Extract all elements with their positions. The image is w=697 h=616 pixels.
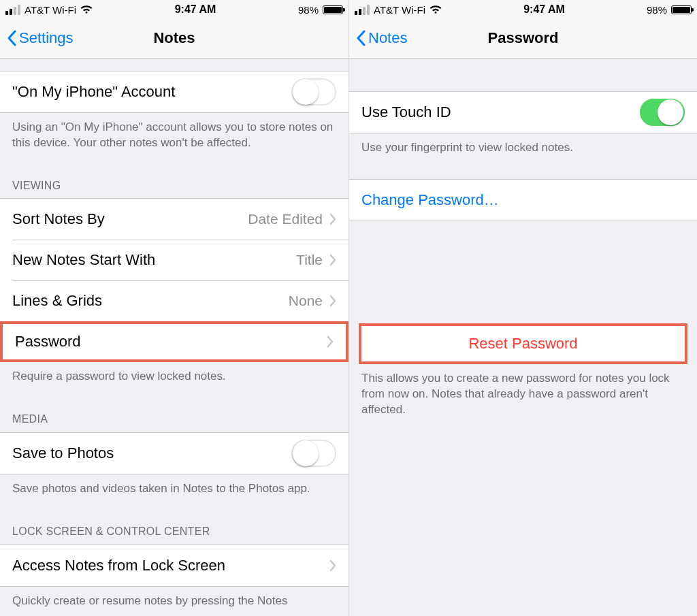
lines-grids-label: Lines & Grids bbox=[12, 292, 289, 310]
lock-screen-header: LOCK SCREEN & CONTROL CENTER bbox=[0, 506, 348, 545]
access-lock-row[interactable]: Access Notes from Lock Screen bbox=[0, 545, 348, 586]
password-footer: Require a password to view locked notes. bbox=[0, 362, 348, 394]
wifi-icon bbox=[429, 5, 442, 14]
chevron-right-icon bbox=[329, 213, 336, 225]
on-my-iphone-footer: Using an "On My iPhone" account allows y… bbox=[0, 113, 348, 161]
lines-grids-row[interactable]: Lines & Grids None bbox=[0, 280, 348, 321]
battery-percent: 98% bbox=[298, 4, 319, 16]
lines-grids-value: None bbox=[289, 293, 323, 309]
change-password-row[interactable]: Change Password… bbox=[349, 180, 697, 221]
carrier-label: AT&T Wi-Fi bbox=[25, 4, 76, 16]
reset-password-label: Reset Password bbox=[468, 335, 577, 353]
on-my-iphone-toggle[interactable] bbox=[291, 78, 336, 106]
password-label: Password bbox=[15, 333, 327, 351]
on-my-iphone-label: "On My iPhone" Account bbox=[12, 83, 291, 101]
reset-password-footer: This allows you to create a new password… bbox=[349, 364, 697, 427]
access-lock-label: Access Notes from Lock Screen bbox=[12, 557, 329, 574]
chevron-left-icon bbox=[7, 30, 16, 46]
status-time: 9:47 AM bbox=[175, 3, 216, 16]
save-to-photos-toggle[interactable] bbox=[291, 440, 336, 467]
battery-percent: 98% bbox=[647, 4, 667, 16]
status-bar: AT&T Wi-Fi 9:47 AM 98% bbox=[0, 0, 348, 18]
wifi-icon bbox=[80, 5, 93, 14]
on-my-iphone-row[interactable]: "On My iPhone" Account bbox=[0, 71, 348, 112]
sort-notes-row[interactable]: Sort Notes By Date Edited bbox=[0, 199, 348, 240]
signal-icon bbox=[355, 5, 370, 15]
status-bar: AT&T Wi-Fi 9:47 AM 98% bbox=[349, 0, 697, 18]
status-time: 9:47 AM bbox=[523, 3, 565, 16]
reset-password-row[interactable]: Reset Password bbox=[359, 323, 687, 364]
chevron-right-icon bbox=[329, 295, 336, 307]
back-button[interactable]: Settings bbox=[7, 29, 74, 47]
chevron-right-icon bbox=[327, 336, 334, 348]
sort-notes-label: Sort Notes By bbox=[12, 210, 248, 228]
back-label: Notes bbox=[368, 29, 407, 47]
back-label: Settings bbox=[19, 29, 74, 47]
battery-icon bbox=[323, 5, 343, 14]
notes-settings-screen: AT&T Wi-Fi 9:47 AM 98% Settings Notes "O… bbox=[0, 0, 348, 616]
back-button[interactable]: Notes bbox=[356, 29, 407, 47]
new-notes-start-value: Title bbox=[296, 252, 323, 268]
password-settings-screen: AT&T Wi-Fi 9:47 AM 98% Notes Password Us… bbox=[348, 0, 697, 616]
sort-notes-value: Date Edited bbox=[248, 211, 323, 227]
viewing-header: VIEWING bbox=[0, 161, 348, 199]
carrier-label: AT&T Wi-Fi bbox=[374, 4, 425, 16]
signal-icon bbox=[5, 5, 20, 15]
password-row[interactable]: Password bbox=[0, 321, 348, 362]
new-notes-start-row[interactable]: New Notes Start With Title bbox=[0, 240, 348, 280]
chevron-left-icon bbox=[356, 30, 366, 46]
chevron-right-icon bbox=[329, 560, 336, 572]
use-touch-id-row[interactable]: Use Touch ID bbox=[349, 92, 697, 133]
chevron-right-icon bbox=[329, 254, 336, 266]
access-lock-footer: Quickly create or resume notes by pressi… bbox=[0, 587, 348, 616]
use-touch-id-toggle[interactable] bbox=[640, 99, 685, 126]
nav-bar: Settings Notes bbox=[0, 18, 348, 59]
touch-id-footer: Use your fingerprint to view locked note… bbox=[349, 133, 697, 165]
change-password-label: Change Password… bbox=[361, 191, 685, 209]
new-notes-start-label: New Notes Start With bbox=[12, 251, 296, 269]
nav-bar: Notes Password bbox=[349, 18, 697, 59]
save-to-photos-footer: Save photos and videos taken in Notes to… bbox=[0, 474, 348, 506]
battery-icon bbox=[671, 5, 692, 14]
save-to-photos-row[interactable]: Save to Photos bbox=[0, 433, 348, 474]
save-to-photos-label: Save to Photos bbox=[12, 444, 291, 462]
media-header: MEDIA bbox=[0, 394, 348, 432]
use-touch-id-label: Use Touch ID bbox=[361, 103, 640, 121]
